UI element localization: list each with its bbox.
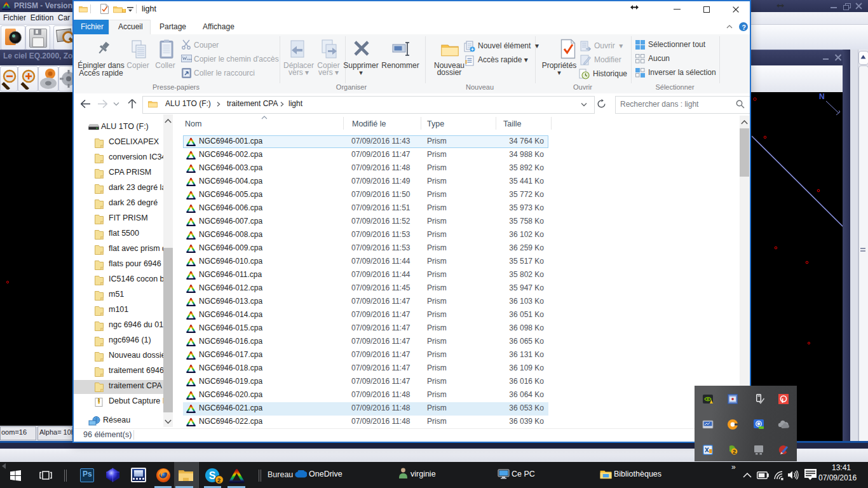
svg-text:2: 2	[733, 449, 736, 455]
